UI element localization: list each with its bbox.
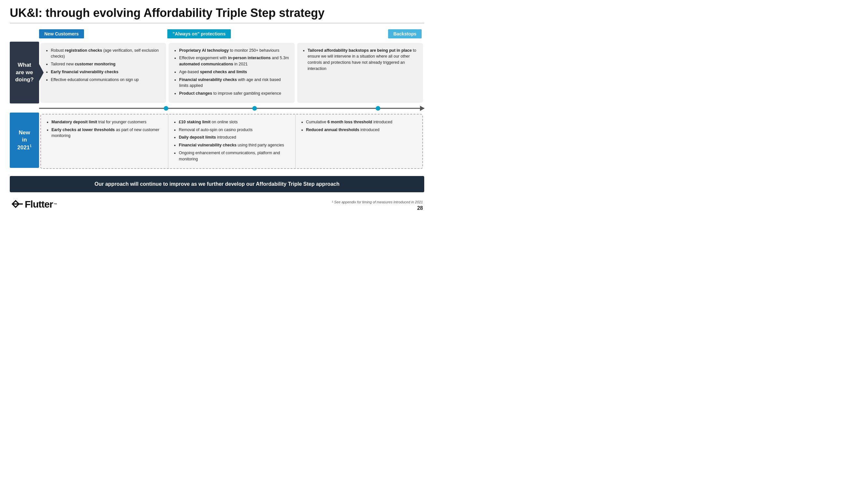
flutter-logo: Flutter ™	[11, 197, 57, 211]
timeline-dot-3	[376, 106, 380, 110]
top-left-empty	[10, 29, 39, 42]
timeline-arrow	[420, 106, 425, 111]
what-label: Whatare wedoing?	[10, 42, 39, 103]
new-customers-badge: New Customers	[39, 29, 84, 38]
always-on-header: "Always on" protections	[167, 29, 296, 41]
list-item: Effective educational communications on …	[51, 77, 161, 83]
page-number: 28	[332, 205, 423, 211]
footer: Flutter ™ ¹ See appendix for timing of m…	[10, 197, 424, 211]
what-col3-card: Tailored affordability backstops are bei…	[297, 43, 423, 103]
list-item: £10 staking limit on online slots	[179, 119, 290, 125]
chevron-icon	[39, 63, 43, 82]
footer-right: ¹ See appendix for timing of measures in…	[332, 200, 423, 211]
always-on-badge: "Always on" protections	[167, 29, 231, 38]
what-label-text: Whatare wedoing?	[15, 62, 34, 83]
new-customers-header: New Customers	[39, 29, 167, 41]
what-col3-list: Tailored affordability backstops are bei…	[303, 47, 418, 72]
what-col1-card: Robust registration checks (age verifica…	[40, 43, 166, 103]
list-item: Tailored new customer monitoring	[51, 61, 161, 67]
footnote: ¹ See appendix for timing of measures in…	[332, 200, 423, 204]
timeline-dot-1	[164, 106, 168, 110]
list-item: Early financial vulnerability checks	[51, 69, 161, 75]
flutter-logo-icon	[11, 197, 24, 211]
list-item: Removal of auto-spin on casino products	[179, 127, 290, 133]
list-item: Cumulative 6 month loss threshold introd…	[306, 119, 418, 125]
list-item: Reduced annual thresholds introduced	[306, 127, 418, 133]
main-layout: New Customers "Always on" protections Ba…	[10, 29, 424, 170]
bottom-banner: Our approach will continue to improve as…	[10, 176, 424, 192]
list-item: Financial vulnerability checks using thi…	[179, 142, 290, 148]
section-headers: New Customers "Always on" protections Ba…	[39, 29, 424, 41]
what-col2-card: Proprietary AI technology to monitor 250…	[169, 43, 294, 103]
timeline-line	[39, 108, 424, 109]
list-item: Effective engagement with in-person inte…	[179, 55, 290, 67]
new-label: Newin20211	[10, 112, 39, 168]
list-item: Ongoing enhancement of communications, p…	[179, 150, 290, 162]
new-col2-card: £10 staking limit on online slots Remova…	[168, 115, 295, 168]
list-item: Financial vulnerability checks with age …	[179, 77, 290, 89]
timeline-dot-2	[252, 106, 257, 110]
list-item: Mandatory deposit limit trial for younge…	[52, 119, 163, 125]
new-col1-card: Mandatory deposit limit trial for younge…	[41, 115, 168, 168]
new-col3-list: Cumulative 6 month loss threshold introd…	[302, 119, 418, 133]
title-divider	[10, 23, 424, 24]
new-col2-list: £10 staking limit on online slots Remova…	[174, 119, 290, 162]
list-item: Product changes to improve safer gamblin…	[179, 91, 290, 97]
page-title: UK&I: through evolving Affordability Tri…	[10, 6, 424, 20]
backstops-badge: Backstops	[388, 29, 422, 38]
list-item: Daily deposit limits introduced	[179, 134, 290, 140]
what-col1-list: Robust registration checks (age verifica…	[46, 47, 161, 83]
flutter-text: Flutter	[25, 199, 53, 210]
list-item: Robust registration checks (age verifica…	[51, 47, 161, 60]
what-content-area: Robust registration checks (age verifica…	[39, 42, 424, 104]
new-col1-list: Mandatory deposit limit trial for younge…	[47, 119, 163, 139]
timeline	[39, 104, 424, 112]
new-content-area: Mandatory deposit limit trial for younge…	[40, 114, 423, 169]
list-item: Proprietary AI technology to monitor 250…	[179, 47, 290, 54]
list-item: Early checks at lower thresholds as part…	[52, 127, 163, 139]
list-item: Tailored affordability backstops are bei…	[308, 47, 418, 72]
what-col2-list: Proprietary AI technology to monitor 250…	[175, 47, 290, 97]
backstops-header: Backstops	[296, 29, 424, 41]
list-item: Age-based spend checks and limits	[179, 69, 290, 75]
new-col3-card: Cumulative 6 month loss threshold introd…	[295, 115, 422, 168]
flutter-tm: ™	[54, 203, 57, 206]
new-label-text: Newin20211	[17, 129, 31, 151]
